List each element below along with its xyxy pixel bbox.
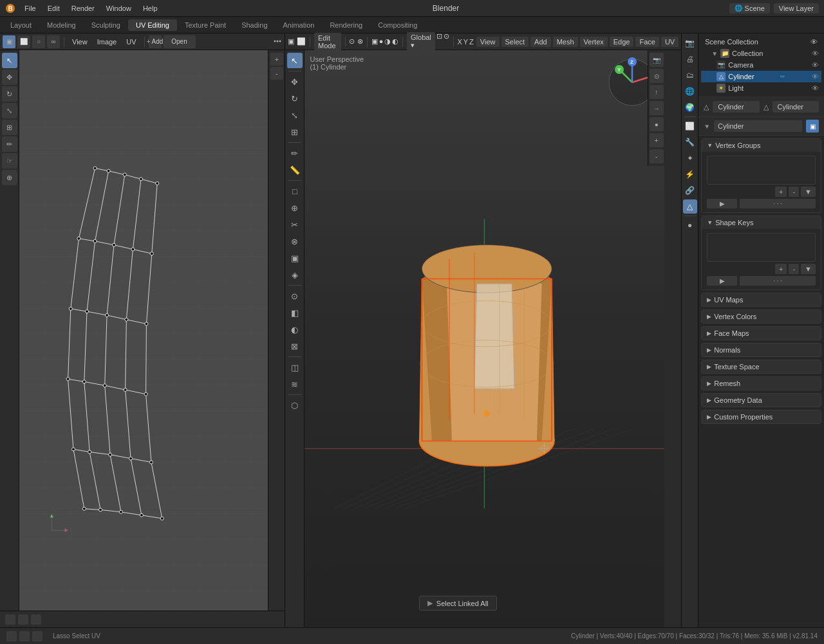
vp-rendered-btn[interactable]: ◐: [392, 37, 398, 46]
vp-nav-up-btn[interactable]: ↑: [650, 85, 664, 99]
vp-bevel-tool[interactable]: ◈: [287, 267, 303, 282]
tab-modeling[interactable]: Modeling: [39, 19, 84, 31]
vp-z-btn[interactable]: Z: [469, 38, 474, 46]
viewport-mode-select[interactable]: Edit Mode: [314, 33, 341, 51]
vp-solid-btn[interactable]: ●: [379, 37, 384, 46]
prop-output-icon[interactable]: 🖨: [683, 52, 697, 66]
viewport-canvas[interactable]: ↖ ✥ ↻ ⤡ ⊞ ✏ 📏 □ ⊕ ✂ ⊗ ▣ ◈: [285, 50, 681, 627]
light-visibility-icon[interactable]: 👁: [812, 84, 819, 92]
uv-open-btn[interactable]: Open: [164, 35, 196, 48]
object-data-name-field[interactable]: Cylinder: [772, 101, 819, 113]
vp-box-select-tool[interactable]: □: [287, 183, 303, 199]
scene-selector[interactable]: 🌐 Scene: [729, 3, 770, 14]
uv-pinch-tool[interactable]: ⊕: [2, 170, 17, 185]
uv-select-tool-btn[interactable]: ▣: [3, 35, 15, 48]
sk-add-btn[interactable]: +: [775, 264, 787, 274]
texture-space-header[interactable]: ▶ Texture Space: [702, 360, 821, 373]
tab-shading[interactable]: Shading: [234, 19, 275, 31]
prop-constraints-icon[interactable]: 🔗: [683, 183, 697, 198]
collection-item-cylinder[interactable]: △ Cylinder ✏ 👁: [701, 71, 821, 82]
vp-select-circle-btn[interactable]: ⬜: [297, 37, 306, 46]
vp-move-tool[interactable]: ✥: [287, 74, 303, 89]
uv-zoom-out-btn[interactable]: -: [270, 67, 283, 80]
vp-loop-cut-tool[interactable]: ⊕: [287, 200, 303, 216]
prop-world-icon[interactable]: 🌍: [683, 100, 697, 115]
menu-file[interactable]: File: [19, 3, 41, 14]
sk-play-btn[interactable]: ▶: [707, 276, 737, 286]
prop-render-icon[interactable]: 📷: [683, 36, 697, 50]
uv-extra-btn[interactable]: [273, 37, 282, 47]
prop-physics-icon[interactable]: ⚡: [683, 167, 697, 181]
vp-add-menu[interactable]: Add: [530, 37, 551, 47]
sk-chevron-down-btn[interactable]: ▼: [801, 264, 816, 274]
uv-add-btn[interactable]: + Add: [149, 35, 162, 48]
uv-cursor-tool[interactable]: ↖: [2, 53, 17, 68]
vp-extrude-tool[interactable]: ⊗: [287, 234, 303, 249]
vp-wire-btn[interactable]: ▣: [371, 37, 378, 46]
uv-view-menu[interactable]: View: [68, 37, 91, 47]
tab-animation[interactable]: Animation: [276, 19, 323, 31]
mesh-name-input[interactable]: Cylinder: [714, 120, 802, 132]
mesh-data-btn[interactable]: ▣: [806, 120, 819, 133]
menu-edit[interactable]: Edit: [42, 3, 65, 14]
vertex-groups-header[interactable]: ▼ Vertex Groups: [702, 139, 821, 152]
tab-sculpting[interactable]: Sculpting: [84, 19, 128, 31]
prop-material-icon[interactable]: ●: [683, 218, 697, 232]
vp-annotate-tool[interactable]: ✏: [287, 145, 303, 161]
uv-scale-tool[interactable]: ⤡: [2, 103, 17, 118]
sk-dots-btn[interactable]: · · ·: [740, 276, 816, 286]
vp-material-btn[interactable]: ◑: [384, 37, 391, 46]
object-name-field[interactable]: Cylinder: [713, 101, 759, 113]
uv-grab-tool[interactable]: ☞: [2, 153, 17, 169]
uv-annotate-tool[interactable]: ✏: [2, 136, 17, 152]
vp-rotate-tool[interactable]: ↻: [287, 91, 303, 106]
uv-image-menu[interactable]: Image: [93, 37, 121, 47]
collection-item-camera[interactable]: 📷 Camera 👁: [701, 59, 821, 71]
normals-header[interactable]: ▶ Normals: [702, 344, 821, 356]
tab-uv-editing[interactable]: UV Editing: [128, 19, 177, 31]
vg-dots-btn[interactable]: · · ·: [740, 199, 816, 208]
prop-scene-icon[interactable]: 🌐: [683, 84, 697, 98]
uv-select-circle-btn[interactable]: ○: [32, 35, 45, 48]
face-maps-header[interactable]: ▶ Face Maps: [702, 327, 821, 340]
vp-edge-menu[interactable]: Edge: [610, 37, 634, 47]
vp-uv-menu[interactable]: UV: [661, 37, 679, 47]
vp-x-btn[interactable]: X: [457, 38, 462, 46]
collection-item-light[interactable]: ☀ Light 👁: [701, 82, 821, 94]
prop-modifier-icon[interactable]: 🔧: [683, 135, 697, 149]
vp-select-menu[interactable]: Select: [501, 37, 529, 47]
collection-visibility-icon[interactable]: 👁: [812, 50, 819, 57]
vp-knife-tool[interactable]: ✂: [287, 217, 303, 232]
menu-render[interactable]: Render: [66, 3, 100, 14]
vp-extra-tool[interactable]: ⬡: [287, 398, 303, 413]
vp-nav-front-btn[interactable]: ●: [650, 117, 664, 131]
uv-select-lasso-btn[interactable]: ∞: [47, 35, 60, 48]
vp-mesh-menu[interactable]: Mesh: [553, 37, 578, 47]
vp-snap-btn[interactable]: ⊡: [436, 32, 442, 51]
vp-overlay-btn[interactable]: ⊙: [349, 37, 355, 46]
vp-inset-tool[interactable]: ▣: [287, 250, 303, 266]
tab-rendering[interactable]: Rendering: [322, 19, 370, 31]
uv-select-box-btn[interactable]: ⬜: [17, 35, 30, 48]
vp-shear-tool[interactable]: ◧: [287, 305, 303, 320]
vp-poly-build-tool[interactable]: ◫: [287, 360, 303, 375]
vp-zoom-in-vp-btn[interactable]: +: [650, 133, 664, 147]
uv-zoom-in-btn[interactable]: +: [270, 53, 283, 66]
uv-uv-menu[interactable]: UV: [122, 37, 140, 47]
tab-texture-paint[interactable]: Texture Paint: [177, 19, 234, 31]
menu-help[interactable]: Help: [138, 3, 163, 14]
vg-play-btn[interactable]: ▶: [707, 199, 737, 208]
camera-visibility-icon[interactable]: 👁: [812, 61, 819, 69]
uv-maps-header[interactable]: ▶ UV Maps: [702, 293, 821, 306]
vp-select-box-btn[interactable]: ▣: [288, 37, 294, 46]
vp-ortho-btn[interactable]: ⊙: [650, 69, 664, 83]
view-layer-selector[interactable]: View Layer: [774, 3, 819, 14]
uv-rotate-tool[interactable]: ↻: [2, 86, 17, 102]
prop-view-layer-icon[interactable]: 🗂: [683, 68, 697, 82]
uv-move-tool[interactable]: ✥: [2, 69, 17, 85]
tab-layout[interactable]: Layout: [3, 19, 39, 31]
remesh-header[interactable]: ▶ Remesh: [702, 377, 821, 390]
shape-keys-header[interactable]: ▼ Shape Keys: [702, 216, 821, 229]
vg-chevron-down-btn[interactable]: ▼: [801, 187, 816, 197]
vp-global-btn[interactable]: Global ▾: [407, 32, 435, 51]
